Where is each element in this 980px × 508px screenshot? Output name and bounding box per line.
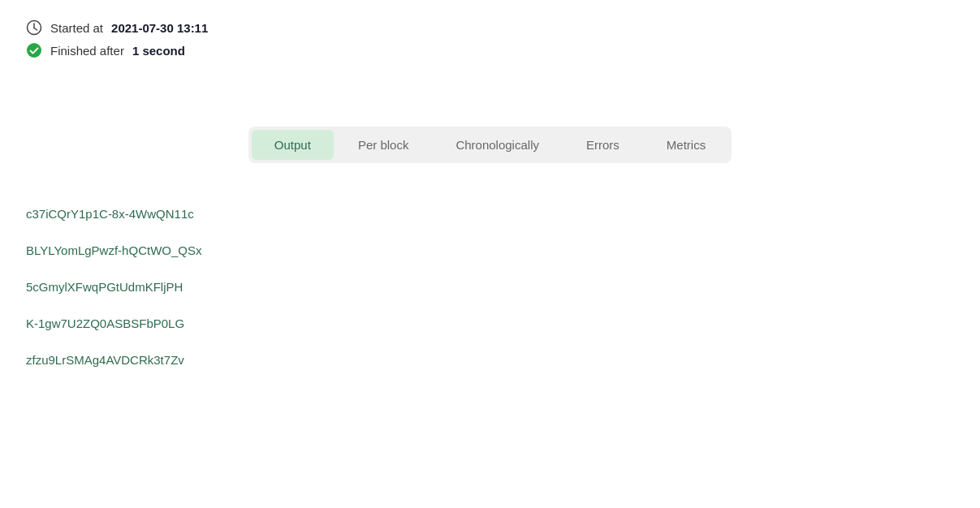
output-line-3: 5cGmylXFwqPGtUdmKFljPH xyxy=(26,269,954,305)
started-label: Started at xyxy=(50,21,103,35)
svg-point-3 xyxy=(27,43,41,58)
tabs-bar: Output Per block Chronologically Errors … xyxy=(248,127,732,163)
output-line-2: BLYLYomLgPwzf-hQCtWO_QSx xyxy=(26,232,954,269)
tab-output[interactable]: Output xyxy=(252,130,334,160)
tab-chronologically[interactable]: Chronologically xyxy=(433,130,562,160)
tab-errors[interactable]: Errors xyxy=(563,130,642,160)
output-line-5: zfzu9LrSMAg4AVDCRk3t7Zv xyxy=(26,342,954,378)
started-value: 2021-07-30 13:11 xyxy=(111,21,208,35)
svg-line-2 xyxy=(34,28,37,31)
output-content: c37iCQrY1p1C-8x-4WwQN11c BLYLYomLgPwzf-h… xyxy=(0,187,980,386)
check-icon xyxy=(26,42,42,58)
finished-label: Finished after xyxy=(50,44,124,58)
output-line-1: c37iCQrY1p1C-8x-4WwQN11c xyxy=(26,196,954,232)
tab-metrics[interactable]: Metrics xyxy=(644,130,728,160)
output-line-4: K-1gw7U2ZQ0ASBSFbP0LG xyxy=(26,305,954,342)
tabs-container: Output Per block Chronologically Errors … xyxy=(0,127,980,163)
top-info-section: Started at 2021-07-30 13:11 Finished aft… xyxy=(0,0,980,78)
finished-row: Finished after 1 second xyxy=(26,42,954,58)
tab-per-block[interactable]: Per block xyxy=(335,130,432,160)
finished-value: 1 second xyxy=(132,44,185,58)
started-row: Started at 2021-07-30 13:11 xyxy=(26,19,954,36)
clock-icon xyxy=(26,19,42,36)
